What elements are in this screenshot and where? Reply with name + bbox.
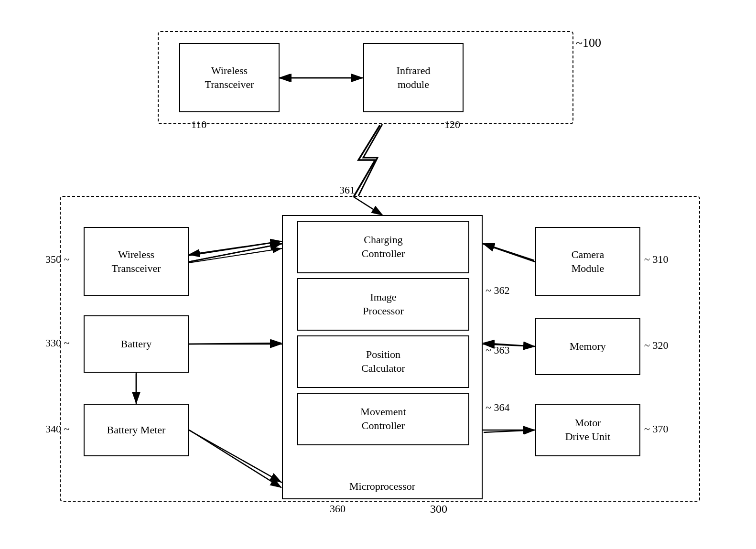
motor-drive-unit-box: MotorDrive Unit: [535, 404, 640, 456]
position-calculator-label: PositionCalculator: [361, 348, 405, 375]
charging-controller-box: ChargingController: [297, 221, 469, 273]
wireless-transceiver-main-box: WirelessTransceiver: [84, 227, 189, 296]
image-processor-label: ImageProcessor: [363, 291, 404, 318]
wireless-transceiver-top-label: WirelessTransceiver: [205, 64, 254, 91]
charging-controller-label: ChargingController: [362, 233, 405, 260]
battery-meter-box: Battery Meter: [84, 404, 189, 456]
infrared-module-label: Infraredmodule: [397, 64, 431, 91]
microprocessor-label: Microprocessor: [283, 480, 482, 494]
memory-box: Memory: [535, 318, 640, 375]
label-361: 361: [339, 184, 355, 196]
label-110: 110: [191, 118, 206, 131]
camera-module-label: CameraModule: [572, 248, 604, 275]
diagram: ~100 WirelessTransceiver 110 Infraredmod…: [0, 0, 756, 549]
camera-module-box: CameraModule: [535, 227, 640, 296]
label-120: 120: [444, 118, 460, 131]
battery-meter-label: Battery Meter: [107, 423, 166, 437]
label-320: ~ 320: [644, 339, 668, 352]
label-370: ~ 370: [644, 423, 668, 435]
label-360: 360: [330, 503, 346, 515]
label-364: ~ 364: [486, 401, 509, 414]
wireless-transceiver-top-box: WirelessTransceiver: [179, 43, 280, 112]
label-363: ~ 363: [486, 344, 509, 356]
movement-controller-box: MovementController: [297, 393, 469, 445]
motor-drive-unit-label: MotorDrive Unit: [565, 416, 611, 443]
label-362: ~ 362: [486, 284, 509, 297]
wireless-transceiver-main-label: WirelessTransceiver: [111, 248, 161, 275]
label-300: 300: [430, 503, 447, 516]
battery-label: Battery: [121, 337, 152, 351]
position-calculator-box: PositionCalculator: [297, 335, 469, 388]
top-group-label: ~100: [576, 36, 601, 50]
microprocessor-outer-box: ChargingController ImageProcessor Positi…: [282, 215, 483, 499]
label-350: 350 ~: [45, 253, 69, 266]
label-310: ~ 310: [644, 253, 668, 266]
movement-controller-label: MovementController: [360, 405, 406, 432]
infrared-module-box: Infraredmodule: [363, 43, 464, 112]
label-330: 330 ~: [45, 337, 69, 349]
battery-box: Battery: [84, 315, 189, 373]
memory-label: Memory: [570, 340, 606, 354]
label-340: 340 ~: [45, 423, 69, 435]
image-processor-box: ImageProcessor: [297, 278, 469, 331]
